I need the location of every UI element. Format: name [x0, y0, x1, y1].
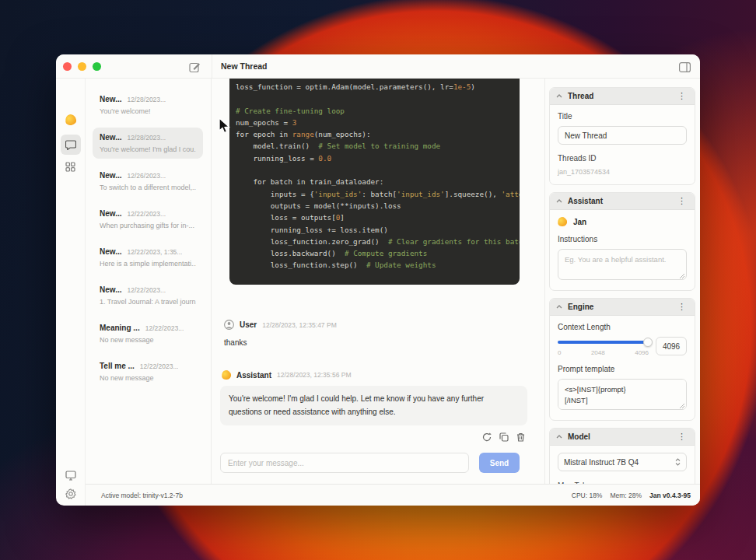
desktop-wallpaper: { "window": { "title": "New Thread" }, "…: [0, 0, 756, 560]
code-line: running_loss = 0.0: [236, 152, 513, 164]
thread-title-input[interactable]: [558, 126, 687, 145]
tick-max: 4096: [635, 349, 649, 356]
code-line: num_epochs = 3: [236, 117, 513, 128]
code-line: model.train() # Set model to training mo…: [236, 140, 513, 152]
thread-list-item[interactable]: New...12/28/2023...You're welcome! I'm g…: [93, 128, 203, 159]
model-card-header[interactable]: Model ⋮: [550, 429, 695, 446]
code-line: loss_function.zero_grad() # Clear gradie…: [236, 236, 513, 247]
code-line: loss = outputs[0]: [236, 212, 513, 223]
collapse-chevron-icon: [556, 305, 562, 309]
kebab-menu-icon[interactable]: ⋮: [675, 431, 688, 443]
context-length-slider[interactable]: [558, 341, 649, 344]
thread-date: 12/28/2023...: [128, 134, 166, 142]
send-button[interactable]: Send: [479, 453, 520, 473]
thread-list-item[interactable]: Meaning ...12/22/2023...No new message: [93, 318, 203, 349]
titlebar-divider: [212, 54, 212, 79]
delete-trash-icon[interactable]: [514, 430, 527, 443]
thread-list: New...12/28/2023...You're welcome!New...…: [86, 79, 212, 484]
kebab-menu-icon[interactable]: ⋮: [675, 301, 688, 313]
toggle-right-panel-icon[interactable]: [677, 59, 692, 75]
thread-title: New...: [100, 171, 122, 180]
assistant-avatar-icon: [221, 369, 232, 380]
card-title: Thread: [568, 92, 675, 100]
title-label: Title: [558, 112, 687, 121]
thread-title: Tell me ...: [100, 362, 135, 370]
thread-preview: When purchasing gifts for in-...: [100, 222, 196, 229]
collapse-chevron-icon: [556, 94, 562, 98]
thread-preview: To switch to a different model,...: [100, 184, 196, 191]
instructions-textarea[interactable]: [558, 249, 687, 280]
thread-card-header[interactable]: Thread ⋮: [550, 88, 695, 105]
user-message-header: User 12/28/2023, 12:35:47 PM: [224, 320, 337, 330]
resize-handle-icon[interactable]: [680, 274, 684, 278]
hub-grid-icon[interactable]: [61, 156, 81, 177]
thread-list-item[interactable]: New...12/22/2023...1. Travel Journal: A …: [93, 280, 203, 311]
app-version: Jan v0.4.3-95: [649, 492, 691, 499]
cpu-status: CPU: 18%: [572, 492, 603, 499]
message-timestamp: 12/28/2023, 12:35:47 PM: [262, 321, 336, 329]
code-line: [236, 271, 513, 283]
thread-date: 12/22/2023, 1:35...: [128, 248, 183, 256]
kebab-menu-icon[interactable]: ⋮: [675, 90, 688, 102]
thread-list-item[interactable]: New...12/26/2023...To switch to a differ…: [93, 166, 203, 197]
system-monitor-icon[interactable]: [61, 465, 81, 485]
user-avatar-icon: [224, 320, 234, 330]
code-line: outputs = model(**inputs).loss: [236, 200, 513, 212]
thread-list-item[interactable]: New...12/22/2023...When purchasing gifts…: [93, 204, 203, 235]
thread-list-item[interactable]: New...12/28/2023...You're welcome!: [93, 89, 203, 121]
kebab-menu-icon[interactable]: ⋮: [675, 195, 688, 207]
thread-list-item[interactable]: New...12/22/2023, 1:35...Here is a simpl…: [93, 242, 203, 273]
code-line: # Create fine-tuning loop: [236, 105, 513, 117]
code-line: loss_function.step() # Update weights: [236, 259, 513, 271]
close-window-button[interactable]: [63, 62, 72, 71]
assistant-card: Assistant ⋮ Jan Instructions: [549, 192, 695, 291]
threads-id-label: Threads ID: [558, 154, 687, 163]
code-line: loss_function = optim.Adam(model.paramet…: [236, 81, 513, 93]
collapse-chevron-icon: [556, 199, 562, 203]
engine-card: Engine ⋮ Context Length 0 2048 4096: [549, 298, 695, 421]
thread-date: 12/26/2023...: [128, 172, 166, 180]
context-length-value[interactable]: 4096: [656, 337, 687, 355]
new-thread-compose-icon[interactable]: [187, 59, 202, 75]
thread-title: New...: [100, 133, 122, 142]
thread-preview: No new message: [100, 374, 196, 382]
message-author: User: [240, 320, 257, 329]
thread-date: 12/22/2023...: [140, 362, 179, 370]
tick-min: 0: [558, 349, 561, 356]
model-selected-value: Mistral Instruct 7B Q4: [564, 458, 675, 467]
engine-card-header[interactable]: Engine ⋮: [550, 299, 695, 316]
thread-list-item[interactable]: Tell me ...12/22/2023...No new message: [93, 356, 203, 387]
thread-title: Meaning ...: [100, 324, 140, 332]
thread-card: Thread ⋮ Title Threads ID jan_1703574534: [549, 87, 695, 185]
traffic-lights: [63, 62, 101, 71]
user-message-text: thanks: [224, 338, 247, 347]
card-title: Engine: [568, 303, 675, 311]
message-author: Assistant: [236, 371, 271, 380]
minimize-window-button[interactable]: [78, 62, 86, 71]
message-input[interactable]: [220, 453, 469, 473]
thread-date: 12/28/2023...: [128, 96, 166, 103]
thread-preview: You're welcome! I'm glad I cou...: [100, 145, 196, 153]
window-title: New Thread: [221, 61, 268, 71]
thread-date: 12/22/2023...: [128, 210, 166, 218]
prompt-template-label: Prompt template: [558, 365, 687, 373]
card-title: Assistant: [568, 197, 675, 205]
context-length-label: Context Length: [558, 323, 687, 331]
resize-handle-icon[interactable]: [680, 404, 684, 408]
regenerate-icon[interactable]: [480, 430, 493, 443]
assistant-card-header[interactable]: Assistant ⋮: [550, 193, 695, 210]
copy-icon[interactable]: [497, 430, 510, 443]
code-line: [236, 93, 513, 104]
threads-chat-icon[interactable]: [61, 135, 81, 155]
card-title: Model: [568, 432, 675, 441]
thread-date: 12/22/2023...: [128, 286, 166, 294]
slider-knob[interactable]: [643, 338, 653, 347]
prompt-template-textarea[interactable]: <s>[INST]{prompt} [/INST]: [558, 379, 687, 410]
code-line: print(f'Epoch {epoch+1} loss: {running_l…: [236, 283, 513, 285]
zoom-window-button[interactable]: [93, 62, 101, 71]
settings-gear-icon[interactable]: [61, 484, 81, 504]
model-select[interactable]: Mistral Instruct 7B Q4: [558, 453, 687, 471]
jan-logo-icon: [61, 110, 81, 130]
message-composer: Send: [220, 453, 527, 473]
code-line: for epoch in range(num_epochs):: [236, 128, 513, 140]
